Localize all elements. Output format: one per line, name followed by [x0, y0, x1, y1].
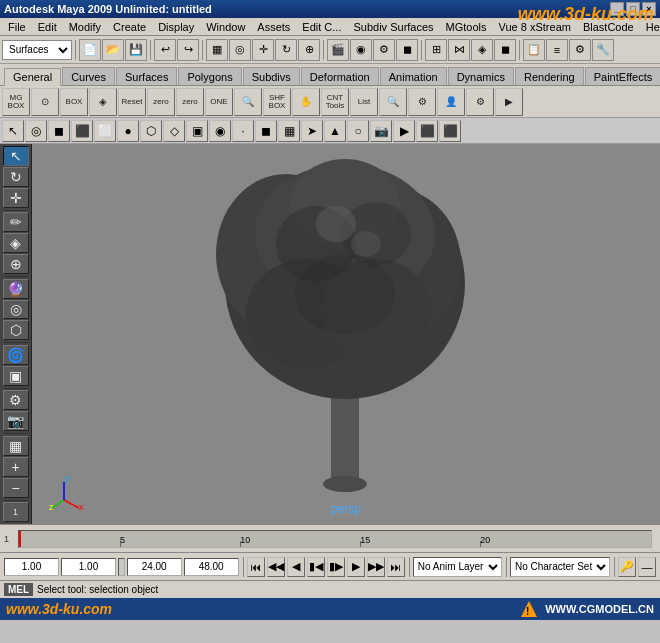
icon-dot-btn[interactable]: · [232, 120, 254, 142]
tab-polygons[interactable]: Polygons [178, 67, 241, 85]
icon-lasso-btn[interactable]: ◎ [25, 120, 47, 142]
cnt-tools-button[interactable]: CNTTools [321, 88, 349, 116]
tab-painteffects[interactable]: PaintEffects [585, 67, 660, 85]
gem-button[interactable]: ◈ [89, 88, 117, 116]
zero-button2[interactable]: zero [176, 88, 204, 116]
menu-create[interactable]: Create [107, 20, 152, 34]
icon-hex-btn[interactable]: ⬡ [140, 120, 162, 142]
menu-help[interactable]: Help [640, 20, 660, 34]
icon-cube2-btn[interactable]: ⬜ [94, 120, 116, 142]
tool-hex[interactable]: ⬡ [3, 320, 29, 340]
ipr-button[interactable]: ◉ [350, 39, 372, 61]
gear-button[interactable]: ⚙ [408, 88, 436, 116]
start-frame-input[interactable] [4, 558, 59, 576]
display-button[interactable]: ◼ [396, 39, 418, 61]
snap-view-button[interactable]: ◼ [494, 39, 516, 61]
pb-prev-frame-btn[interactable]: ▮◀ [307, 557, 325, 577]
tool-camera[interactable]: 📷 [3, 411, 29, 431]
user-button[interactable]: 👤 [437, 88, 465, 116]
pb-step-fwd-btn[interactable]: ▶▶ [367, 557, 385, 577]
tool-add[interactable]: ⊕ [3, 254, 29, 274]
snap-grid-lt[interactable]: ▦ [3, 436, 29, 456]
minimize-button[interactable]: _ [610, 2, 624, 16]
lasso-button[interactable]: ◎ [229, 39, 251, 61]
scale-button[interactable]: ⊕ [298, 39, 320, 61]
tab-general[interactable]: General [4, 68, 61, 86]
undo-button[interactable]: ↩ [154, 39, 176, 61]
icon-grid-btn[interactable]: ▦ [278, 120, 300, 142]
mel-label[interactable]: MEL [4, 583, 33, 596]
range-end-input[interactable] [184, 558, 239, 576]
shf-box-button[interactable]: SHFBOX [263, 88, 291, 116]
menu-window[interactable]: Window [200, 20, 251, 34]
icon-box-btn[interactable]: ▣ [186, 120, 208, 142]
icon-arrow-btn[interactable]: ➤ [301, 120, 323, 142]
menu-display[interactable]: Display [152, 20, 200, 34]
tool-number[interactable]: 1 [3, 502, 29, 522]
tab-deformation[interactable]: Deformation [301, 67, 379, 85]
tool-rotate[interactable]: ↻ [3, 167, 29, 187]
tab-curves[interactable]: Curves [62, 67, 115, 85]
settings-button[interactable]: ⚙ [373, 39, 395, 61]
search-button[interactable]: 🔍 [234, 88, 262, 116]
viewport[interactable]: x z y persp [32, 144, 660, 524]
icon-bk-btn[interactable]: ⬛ [439, 120, 461, 142]
search2-button[interactable]: 🔍 [379, 88, 407, 116]
tool-gear[interactable]: ⚙ [3, 390, 29, 410]
settings2-button[interactable]: ⚙ [466, 88, 494, 116]
icon-fw-btn[interactable]: ⬛ [416, 120, 438, 142]
icon-cam-btn[interactable]: 📷 [370, 120, 392, 142]
pb-skip-fwd-btn[interactable]: ⏭ [387, 557, 405, 577]
pb-next-frame-btn[interactable]: ▮▶ [327, 557, 345, 577]
maximize-button[interactable]: □ [626, 2, 640, 16]
one-button[interactable]: ONE [205, 88, 233, 116]
save-file-button[interactable]: 💾 [125, 39, 147, 61]
key2-button[interactable]: — [638, 557, 656, 577]
menu-blastcode[interactable]: BlastCode [577, 20, 640, 34]
tab-animation[interactable]: Animation [380, 67, 447, 85]
menu-modify[interactable]: Modify [63, 20, 107, 34]
list-button[interactable]: List [350, 88, 378, 116]
play-button[interactable]: ▶ [495, 88, 523, 116]
menu-subdiv[interactable]: Subdiv Surfaces [347, 20, 439, 34]
move-button[interactable]: ✛ [252, 39, 274, 61]
tab-surfaces[interactable]: Surfaces [116, 67, 177, 85]
icon-filled-btn[interactable]: ◉ [209, 120, 231, 142]
icon-sphere-btn[interactable]: ● [117, 120, 139, 142]
history-button[interactable]: 📋 [523, 39, 545, 61]
tool-select[interactable]: ↖ [3, 146, 29, 166]
channel-button[interactable]: ≡ [546, 39, 568, 61]
icon-sq-btn[interactable]: ◼ [255, 120, 277, 142]
menu-editc[interactable]: Edit C... [296, 20, 347, 34]
menu-file[interactable]: File [2, 20, 32, 34]
tab-dynamics[interactable]: Dynamics [448, 67, 514, 85]
menu-edit[interactable]: Edit [32, 20, 63, 34]
tool-move[interactable]: ✛ [3, 188, 29, 208]
tool-swirl[interactable]: 🌀 [3, 345, 29, 365]
icon-tri-btn[interactable]: ▲ [324, 120, 346, 142]
tool-paint[interactable]: ✏ [3, 212, 29, 232]
close-button[interactable]: × [642, 2, 656, 16]
tool-sphere[interactable]: 🔮 [3, 279, 29, 299]
tab-subdivs[interactable]: Subdivs [243, 67, 300, 85]
rotate-button[interactable]: ↻ [275, 39, 297, 61]
icon-paint-btn[interactable]: ◼ [48, 120, 70, 142]
reset-button[interactable]: Reset [118, 88, 146, 116]
char-set-select[interactable]: No Character Set [510, 557, 610, 577]
select-button[interactable]: ▦ [206, 39, 228, 61]
attr-button[interactable]: ⚙ [569, 39, 591, 61]
render-button[interactable]: 🎬 [327, 39, 349, 61]
snap-grid-button[interactable]: ⊞ [425, 39, 447, 61]
tool-box[interactable]: ▣ [3, 366, 29, 386]
box-button[interactable]: BOX [60, 88, 88, 116]
end-frame-input[interactable] [61, 558, 116, 576]
key-button[interactable]: 🔑 [618, 557, 636, 577]
snap-minus[interactable]: − [3, 478, 29, 498]
icon-play2-btn[interactable]: ▶ [393, 120, 415, 142]
tool-diamond[interactable]: ◈ [3, 233, 29, 253]
icon-circle-btn[interactable]: ○ [347, 120, 369, 142]
range-start-input[interactable] [127, 558, 182, 576]
icon-cube1-btn[interactable]: ⬛ [71, 120, 93, 142]
timeline-track[interactable]: 5 10 15 20 [18, 530, 652, 548]
sphere-button[interactable]: ⊙ [31, 88, 59, 116]
